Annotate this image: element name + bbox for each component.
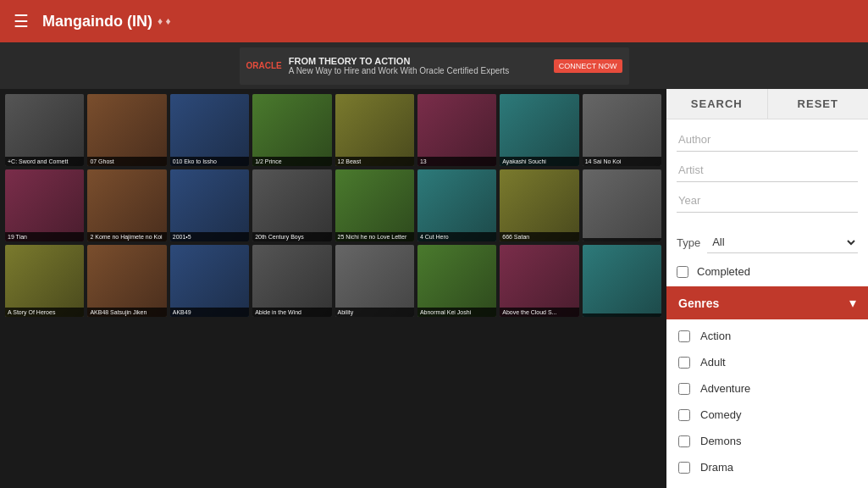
manga-card-title: Ability	[335, 308, 414, 317]
manga-card[interactable]: Abide in the Wind	[252, 245, 331, 317]
manga-card[interactable]: 13	[417, 94, 496, 166]
manga-card[interactable]: 4 Cut Hero	[417, 169, 496, 241]
genres-title: Genres	[678, 297, 719, 310]
search-button[interactable]: SEARCH	[666, 89, 768, 119]
genre-checkbox-demons[interactable]	[678, 435, 690, 447]
panel-top-buttons: SEARCH RESET	[666, 89, 868, 119]
hamburger-menu-icon[interactable]: ☰	[14, 11, 29, 31]
year-input[interactable]	[677, 189, 858, 213]
type-row: Type All Manga Manhwa Manhua One-shot Do…	[666, 228, 868, 260]
ad-headline: FROM THEORY TO ACTION	[289, 56, 547, 66]
manga-card-title: Abnormal Kei Joshi	[417, 308, 496, 317]
manga-grid-container: +C: Sword and Cornett07 Ghost010 Eko to …	[0, 89, 666, 488]
genre-checkbox-adventure[interactable]	[678, 383, 690, 395]
genre-item-demons[interactable]: Demons	[666, 428, 868, 454]
main-content: +C: Sword and Cornett07 Ghost010 Eko to …	[0, 89, 868, 488]
genre-label-drama: Drama	[700, 461, 733, 474]
manga-card-title: 010 Eko to Issho	[170, 157, 249, 166]
manga-card-title: 25 Nichi he no Love Letter	[335, 232, 414, 241]
genres-header[interactable]: Genres ▾	[666, 286, 868, 319]
manga-card-title: AKB49	[170, 308, 249, 317]
genres-chevron-icon: ▾	[849, 295, 856, 311]
author-input[interactable]	[677, 128, 858, 152]
type-label: Type	[677, 236, 700, 249]
genre-item-comedy[interactable]: Comedy	[666, 402, 868, 428]
manga-card[interactable]: Abnormal Kei Joshi	[417, 245, 496, 317]
genre-item-adventure[interactable]: Adventure	[666, 375, 868, 402]
manga-card[interactable]: 010 Eko to Issho	[170, 94, 249, 166]
manga-card[interactable]: 19 Tian	[5, 169, 84, 241]
genre-checkbox-adult[interactable]	[678, 357, 690, 369]
manga-card[interactable]: Above the Cloud S...	[500, 245, 578, 317]
ad-banner[interactable]: ORACLE FROM THEORY TO ACTION A New Way t…	[240, 47, 629, 85]
manga-card[interactable]: 1/2 Prince	[252, 94, 331, 166]
manga-card[interactable]: 07 Ghost	[87, 94, 166, 166]
genre-label-action: Action	[700, 330, 731, 342]
manga-card[interactable]	[583, 245, 661, 317]
manga-card-title	[583, 313, 661, 317]
type-select[interactable]: All Manga Manhwa Manhua One-shot Doujins…	[707, 231, 858, 253]
genre-label-demons: Demons	[700, 435, 741, 447]
manga-card-title	[583, 238, 661, 241]
genre-checkbox-action[interactable]	[678, 330, 690, 342]
manga-card-title: 666 Satan	[500, 232, 578, 241]
manga-card-title: Above the Cloud S...	[500, 308, 578, 317]
genre-label-comedy: Comedy	[700, 408, 741, 421]
manga-card-title: Ayakashi Souchi	[500, 157, 578, 166]
ad-bar: ORACLE FROM THEORY TO ACTION A New Way t…	[0, 42, 868, 89]
artist-input[interactable]	[677, 158, 858, 182]
manga-card[interactable]: A Story Of Heroes	[5, 245, 84, 317]
manga-card[interactable]: 2 Kome no Hajimete no Koi	[87, 169, 166, 241]
manga-card-title: 19 Tian	[5, 232, 84, 241]
site-subtitle: ♦ ♦	[158, 15, 171, 27]
manga-card-title: +C: Sword and Cornett	[5, 157, 84, 166]
reset-button[interactable]: RESET	[768, 89, 869, 119]
genre-item-drama[interactable]: Drama	[666, 454, 868, 480]
manga-card-title: 07 Ghost	[87, 157, 166, 166]
manga-card-title: 14 Sai No Koi	[583, 157, 661, 166]
manga-card-title: AKB48 Satsujin Jiken	[87, 308, 166, 317]
manga-card[interactable]: AKB49	[170, 245, 249, 317]
genre-checkbox-drama[interactable]	[678, 462, 690, 474]
manga-card[interactable]: 25 Nichi he no Love Letter	[335, 169, 414, 241]
manga-card[interactable]: Ayakashi Souchi	[500, 94, 578, 166]
ad-subtext: A New Way to Hire and Work With Oracle C…	[289, 66, 547, 75]
manga-card[interactable]: Ability	[335, 245, 414, 317]
completed-checkbox[interactable]	[677, 266, 688, 278]
right-panel: SEARCH RESET Type All Manga Manhwa Manhu…	[666, 89, 868, 488]
genre-label-adult: Adult	[700, 356, 726, 369]
manga-card-title: 20th Century Boys	[252, 232, 331, 241]
manga-card-title: 4 Cut Hero	[417, 232, 496, 241]
manga-card-title: Abide in the Wind	[252, 308, 331, 317]
manga-card[interactable]: 12 Beast	[335, 94, 414, 166]
site-title: Mangaindo (IN)	[42, 13, 152, 30]
genre-item-ecchi[interactable]: Ecchi	[666, 480, 868, 488]
header: ☰ Mangaindo (IN) ♦ ♦	[0, 0, 868, 42]
manga-grid: +C: Sword and Cornett07 Ghost010 Eko to …	[5, 94, 661, 317]
manga-card[interactable]: +C: Sword and Cornett	[5, 94, 84, 166]
manga-card[interactable]: AKB48 Satsujin Jiken	[87, 245, 166, 317]
genre-list: ActionAdultAdventureComedyDemonsDramaEcc…	[666, 319, 868, 488]
manga-card[interactable]	[583, 169, 661, 241]
genre-item-adult[interactable]: Adult	[666, 349, 868, 375]
manga-card[interactable]: 666 Satan	[500, 169, 578, 241]
completed-label: Completed	[697, 265, 750, 278]
genre-item-action[interactable]: Action	[666, 323, 868, 349]
ad-cta-button[interactable]: CONNECT NOW	[554, 59, 622, 73]
manga-card-title: 2 Kome no Hajimete no Koi	[87, 232, 166, 241]
manga-card-title: 13	[417, 157, 496, 166]
genre-label-adventure: Adventure	[700, 382, 750, 395]
manga-card-title: 2001•5	[170, 232, 249, 241]
manga-card-title: 12 Beast	[335, 157, 414, 166]
ad-logo: ORACLE	[246, 61, 282, 70]
manga-card[interactable]: 20th Century Boys	[252, 169, 331, 241]
completed-row: Completed	[666, 260, 868, 286]
manga-card[interactable]: 14 Sai No Koi	[583, 94, 661, 166]
manga-card-title: A Story Of Heroes	[5, 308, 84, 317]
manga-card-title: 1/2 Prince	[252, 157, 331, 166]
manga-card[interactable]: 2001•5	[170, 169, 249, 241]
genre-checkbox-comedy[interactable]	[678, 409, 690, 421]
filter-text-fields	[666, 119, 868, 228]
